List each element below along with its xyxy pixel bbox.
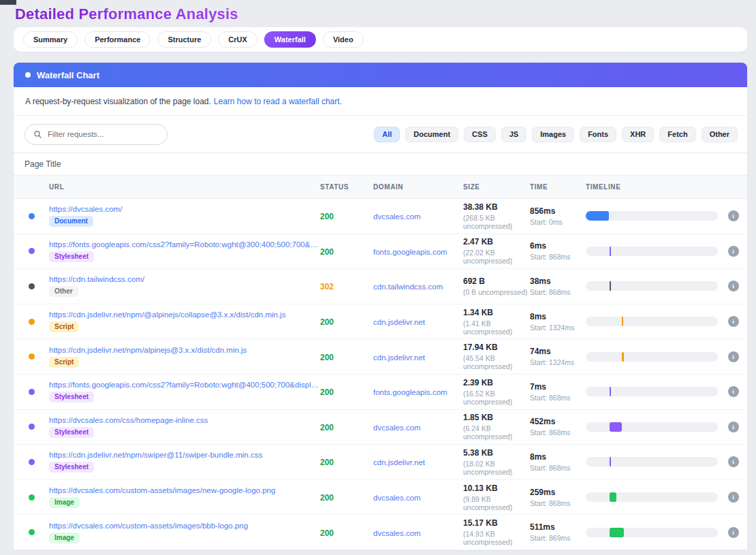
status-code: 200 [320, 493, 334, 503]
status-code: 200 [320, 353, 334, 362]
tab-performance[interactable]: Performance [84, 31, 151, 48]
timeline-track [586, 211, 718, 221]
request-type-badge: Script [49, 357, 79, 368]
domain-link[interactable]: dvcsales.com [373, 494, 421, 502]
request-type-dot [29, 389, 35, 395]
time-start: Start: 869ms [530, 534, 586, 542]
filter-button-xhr[interactable]: XHR [622, 127, 654, 142]
size-value: 692 B [463, 276, 530, 286]
domain-link[interactable]: cdn.jsdelivr.net [373, 458, 425, 466]
time-start: Start: 0ms [530, 218, 586, 226]
filter-button-fetch[interactable]: Fetch [659, 127, 695, 142]
info-icon[interactable]: i [728, 210, 739, 221]
table-row: https://cdn.jsdelivr.net/npm/swiper@11/s… [14, 445, 747, 480]
time-value: 452ms [530, 417, 586, 426]
timeline-track [586, 317, 718, 326]
domain-link[interactable]: dvcsales.com [373, 529, 421, 537]
info-icon[interactable]: i [728, 456, 739, 467]
request-type-badge: Image [49, 497, 80, 508]
table-row: https://fonts.googleapis.com/css2?family… [14, 234, 747, 270]
info-icon[interactable]: i [728, 246, 739, 257]
filter-button-fonts[interactable]: Fonts [580, 127, 616, 142]
domain-link[interactable]: cdn.jsdelivr.net [373, 318, 425, 326]
timeline-track [586, 422, 718, 432]
timeline-bar [610, 457, 611, 466]
filter-button-all[interactable]: All [374, 127, 400, 142]
size-uncompressed: (22.02 KB uncompressed) [463, 249, 530, 265]
timeline-bar [622, 317, 623, 326]
panel-header: Waterfall Chart [14, 63, 747, 87]
filter-button-js[interactable]: JS [501, 127, 526, 142]
request-url-link[interactable]: https://dvcsales.com/custom-assets/image… [49, 486, 320, 494]
search-box[interactable] [25, 124, 168, 145]
table-row: https://dvcsales.com/custom-assets/image… [14, 515, 747, 550]
request-type-dot [29, 494, 35, 501]
tab-video[interactable]: Video [323, 31, 364, 48]
waterfall-panel: Waterfall Chart A request-by-request vis… [14, 63, 747, 550]
time-value: 856ms [530, 206, 586, 216]
request-url-link[interactable]: https://cdn.jsdelivr.net/npm/swiper@11/s… [49, 451, 320, 459]
request-type-badge: Stylesheet [49, 392, 94, 402]
tab-bar: SummaryPerformanceStructureCrUXWaterfall… [14, 27, 747, 52]
request-type-badge: Stylesheet [49, 251, 94, 262]
column-header-timeline: TIMELINE [586, 183, 719, 191]
info-icon[interactable]: i [728, 281, 739, 291]
time-start: Start: 868ms [530, 428, 586, 437]
filter-requests-input[interactable] [48, 130, 159, 138]
size-uncompressed: (16.52 KB uncompressed) [463, 390, 530, 406]
filter-button-css[interactable]: CSS [464, 127, 496, 142]
waterfall-help-link[interactable]: Learn how to read a waterfall chart. [214, 97, 342, 106]
time-start: Start: 1324ms [530, 358, 586, 366]
info-icon[interactable]: i [728, 492, 739, 503]
table-header: URLSTATUSDOMAINSIZETIMETIMELINE [14, 175, 747, 199]
time-start: Start: 868ms [530, 253, 586, 261]
size-uncompressed: (6.24 KB uncompressed) [463, 424, 530, 441]
tab-waterfall[interactable]: Waterfall [264, 31, 316, 48]
domain-link[interactable]: cdn.tailwindcss.com [373, 283, 443, 291]
timeline-bar [610, 492, 616, 502]
filter-button-document[interactable]: Document [405, 127, 458, 142]
info-icon[interactable]: i [728, 386, 739, 397]
tab-structure[interactable]: Structure [157, 31, 211, 48]
request-type-badge: Stylesheet [49, 462, 94, 473]
timeline-track [586, 528, 718, 537]
domain-link[interactable]: cdn.jsdelivr.net [373, 353, 425, 362]
size-value: 38.38 KB [463, 202, 530, 212]
filter-button-other[interactable]: Other [702, 127, 738, 142]
size-value: 1.34 KB [463, 308, 530, 317]
info-icon[interactable]: i [728, 316, 739, 327]
time-value: 8ms [530, 312, 586, 321]
filter-button-images[interactable]: Images [532, 127, 574, 142]
request-url-link[interactable]: https://cdn.tailwindcss.com/ [49, 275, 320, 283]
status-code: 200 [320, 528, 334, 538]
info-icon[interactable]: i [728, 527, 739, 538]
status-code: 302 [320, 282, 334, 291]
time-value: 511ms [530, 522, 586, 532]
size-uncompressed: (9.89 KB uncompressed) [463, 495, 530, 511]
request-url-link[interactable]: https://dvcsales.com/css/homepage-inline… [49, 416, 320, 424]
size-uncompressed: (1.41 KB uncompressed) [463, 319, 530, 336]
request-url-link[interactable]: https://cdn.jsdelivr.net/npm/alpinejs@3.… [49, 346, 320, 354]
time-value: 38ms [530, 276, 586, 286]
domain-link[interactable]: dvcsales.com [373, 212, 421, 221]
time-value: 7ms [530, 382, 586, 392]
info-icon[interactable]: i [728, 422, 739, 432]
table-row: https://dvcsales.com/custom-assets/image… [14, 480, 747, 516]
info-icon[interactable]: i [728, 351, 739, 362]
request-url-link[interactable]: https://fonts.googleapis.com/css2?family… [49, 381, 320, 389]
request-url-link[interactable]: https://dvcsales.com/ [49, 205, 320, 213]
request-url-link[interactable]: https://fonts.googleapis.com/css2?family… [49, 240, 320, 249]
size-value: 2.39 KB [463, 378, 530, 387]
request-url-link[interactable]: https://dvcsales.com/custom-assets/image… [49, 522, 320, 530]
tab-crux[interactable]: CrUX [218, 31, 257, 48]
tab-summary[interactable]: Summary [23, 31, 78, 48]
domain-link[interactable]: dvcsales.com [373, 424, 421, 432]
column-header-domain: DOMAIN [373, 183, 463, 191]
request-url-link[interactable]: https://cdn.jsdelivr.net/npm/@alpinejs/c… [49, 311, 320, 319]
time-value: 6ms [530, 241, 586, 251]
domain-link[interactable]: fonts.googleapis.com [373, 388, 447, 396]
domain-link[interactable]: fonts.googleapis.com [373, 248, 447, 256]
time-start: Start: 868ms [530, 394, 586, 402]
timeline-track [586, 387, 718, 396]
time-start: Start: 1324ms [530, 323, 586, 332]
